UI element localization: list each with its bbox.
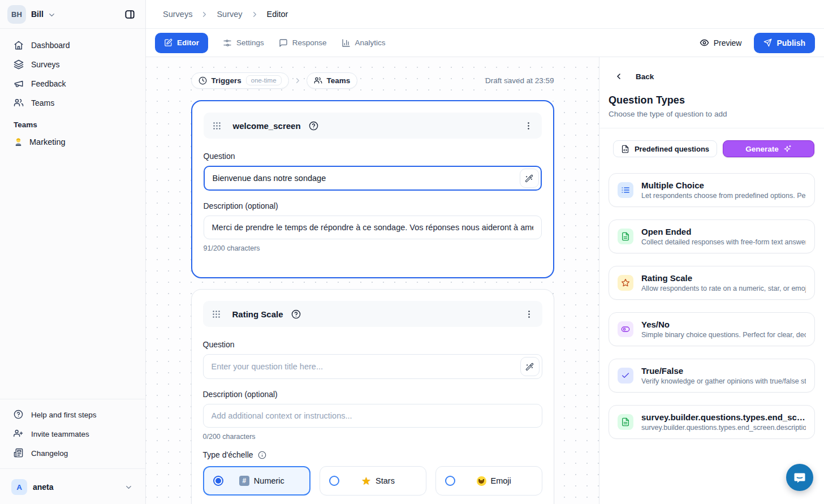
sidebar-item-label: Changelog <box>31 449 68 458</box>
question-description-input[interactable] <box>204 216 542 239</box>
chat-bubble-icon <box>793 471 806 484</box>
bar-chart-icon <box>342 38 351 48</box>
triggers-chip-label: Triggers <box>212 76 241 85</box>
number-keycap-icon: # <box>239 476 249 486</box>
question-type-rating-scale[interactable]: Rating Scale Allow respondents to rate o… <box>609 266 815 300</box>
sidebar-item-changelog[interactable]: Changelog <box>5 443 141 463</box>
question-type-title: Yes/No <box>641 320 806 329</box>
check-icon <box>618 368 633 384</box>
radio-numeric[interactable] <box>213 476 223 486</box>
file-text-icon <box>618 229 633 244</box>
scale-option-stars[interactable]: ★ Stars <box>320 466 426 496</box>
user-name: Bill <box>31 10 44 19</box>
question-type-title: True/False <box>641 366 806 376</box>
question-card-header: welcome_screen <box>204 113 542 139</box>
help-circle-icon[interactable] <box>291 309 301 319</box>
organization-switcher[interactable]: A aneta <box>5 475 141 498</box>
tab-analytics[interactable]: Analytics <box>342 38 386 48</box>
more-options-icon[interactable] <box>524 309 534 319</box>
chevron-down-icon <box>48 11 56 19</box>
question-card-welcome-screen[interactable]: welcome_screen Question <box>191 100 554 278</box>
sidebar-item-dashboard[interactable]: Dashboard <box>5 36 141 55</box>
editor-canvas: Triggers one-time Teams Draft saved at 2… <box>146 57 599 504</box>
predefined-questions-label: Predefined questions <box>635 145 709 153</box>
user-plus-icon <box>14 429 24 439</box>
generate-label: Generate <box>745 145 779 153</box>
magic-wand-icon <box>525 363 534 371</box>
sidebar-item-team-marketing[interactable]: Marketing <box>5 132 141 152</box>
question-type-title: Multiple Choice <box>641 180 806 190</box>
file-code-icon <box>621 145 629 153</box>
info-icon[interactable] <box>258 451 266 459</box>
chat-launcher-button[interactable] <box>786 464 813 491</box>
tab-settings-label: Settings <box>236 38 264 47</box>
workspace-switcher[interactable]: BH Bill <box>0 0 145 29</box>
question-type-list: Multiple Choice Let respondents choose f… <box>609 173 815 439</box>
sliders-icon <box>223 38 232 48</box>
clock-icon <box>199 76 207 85</box>
more-options-icon[interactable] <box>524 121 533 131</box>
generate-button[interactable]: Generate <box>723 140 814 157</box>
sidebar-item-teams[interactable]: Teams <box>5 93 141 113</box>
radio-stars[interactable] <box>329 476 339 486</box>
question-title-input[interactable] <box>203 354 542 379</box>
list-icon <box>618 182 633 198</box>
drag-handle-icon[interactable] <box>212 121 222 131</box>
send-icon <box>763 38 772 47</box>
question-type-multiple-choice[interactable]: Multiple Choice Let respondents choose f… <box>609 173 815 207</box>
sidebar-item-invite[interactable]: Invite teammates <box>5 424 141 443</box>
sidebar-item-feedback[interactable]: Feedback <box>5 74 141 93</box>
sidebar-item-help[interactable]: Help and first steps <box>5 405 141 424</box>
collapse-sidebar-button[interactable] <box>121 6 138 23</box>
question-type-desc: Verify knowledge or gather opinions with… <box>641 377 806 385</box>
toggle-icon <box>618 321 633 337</box>
layers-icon <box>14 59 24 70</box>
sparkles-icon <box>783 145 792 153</box>
sidebar-item-label: Help and first steps <box>31 411 97 419</box>
sidebar-item-label: Teams <box>31 98 54 107</box>
scale-type-options: # Numeric ★ Stars <box>203 466 542 496</box>
question-type-open-ended[interactable]: Open Ended Collect detailed responses wi… <box>609 219 815 253</box>
tab-response[interactable]: Response <box>279 38 327 48</box>
organization-name: aneta <box>33 483 119 492</box>
breadcrumb-survey[interactable]: Survey <box>217 10 242 19</box>
predefined-questions-button[interactable]: Predefined questions <box>613 140 717 157</box>
preview-button[interactable]: Preview <box>700 38 742 48</box>
scale-option-emoji[interactable]: Emoji <box>435 466 542 496</box>
sidebar-item-label: Feedback <box>31 79 66 88</box>
question-type-yes-no[interactable]: Yes/No Simple binary choice questions. P… <box>609 312 815 346</box>
megaphone-icon <box>14 79 24 89</box>
char-count: 0/200 characters <box>203 433 542 441</box>
question-description-input[interactable] <box>203 404 542 428</box>
tab-editor[interactable]: Editor <box>155 33 208 53</box>
back-button[interactable]: Back <box>599 57 824 81</box>
question-type-true-false[interactable]: True/False Verify knowledge or gather op… <box>609 359 815 393</box>
draft-status: Draft saved at 23:59 <box>485 76 554 85</box>
question-type-end-screen[interactable]: survey.builder.questions.types.end_scr..… <box>609 405 815 439</box>
chevron-right-icon <box>251 10 259 19</box>
star-emoji-icon: ★ <box>361 476 371 486</box>
sidebar-item-surveys[interactable]: Surveys <box>5 55 141 74</box>
scale-option-numeric[interactable]: # Numeric <box>203 466 311 496</box>
question-title-input[interactable] <box>204 166 542 191</box>
ai-rewrite-button[interactable] <box>520 169 539 188</box>
radio-emoji[interactable] <box>445 476 455 486</box>
help-circle-icon[interactable] <box>309 121 318 131</box>
toolbar-actions: Preview Publish <box>700 33 815 53</box>
teams-chip[interactable]: Teams <box>307 72 358 89</box>
newspaper-icon <box>14 448 24 458</box>
message-square-icon <box>279 38 288 48</box>
tab-editor-label: Editor <box>177 38 199 47</box>
tab-settings[interactable]: Settings <box>223 38 264 48</box>
question-field-label: Question <box>204 152 542 161</box>
question-card-rating-scale[interactable]: Rating Scale Question <box>191 289 554 504</box>
publish-button[interactable]: Publish <box>754 33 815 53</box>
ai-rewrite-button[interactable] <box>520 357 540 376</box>
question-type-title: Rating Scale <box>641 273 806 283</box>
drag-handle-icon[interactable] <box>212 309 221 319</box>
triggers-chip[interactable]: Triggers one-time <box>191 72 289 89</box>
smiley-emoji-icon <box>477 476 486 486</box>
breadcrumb-surveys[interactable]: Surveys <box>163 10 192 19</box>
one-time-badge: one-time <box>246 75 282 85</box>
technologist-emoji-icon <box>14 137 23 147</box>
